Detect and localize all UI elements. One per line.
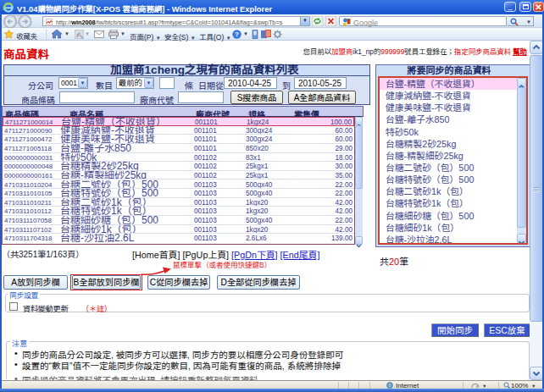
svg-text:?: ? (235, 30, 239, 38)
